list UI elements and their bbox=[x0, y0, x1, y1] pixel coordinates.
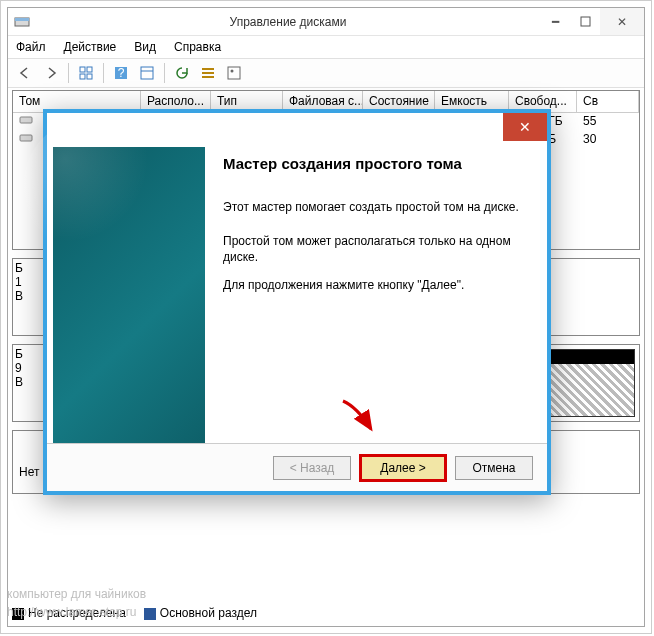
app-icon bbox=[14, 14, 30, 30]
svg-rect-16 bbox=[20, 117, 32, 123]
next-button[interactable]: Далее > bbox=[359, 454, 447, 482]
back-button: < Назад bbox=[273, 456, 351, 480]
legend-swatch-unallocated bbox=[12, 608, 24, 620]
detail-icon[interactable] bbox=[136, 62, 158, 84]
wizard-side-graphic bbox=[53, 147, 205, 443]
col-sv[interactable]: Св bbox=[577, 91, 639, 112]
menu-view[interactable]: Вид bbox=[134, 40, 156, 54]
svg-rect-3 bbox=[80, 67, 85, 72]
close-button[interactable]: ✕ bbox=[600, 8, 644, 35]
legend: Не распределена Основной раздел bbox=[12, 606, 257, 620]
drive-icon bbox=[19, 114, 33, 126]
cancel-button[interactable]: Отмена bbox=[455, 456, 533, 480]
svg-rect-4 bbox=[87, 67, 92, 72]
drive-icon bbox=[19, 132, 33, 144]
help-icon[interactable]: ? bbox=[110, 62, 132, 84]
forward-icon[interactable] bbox=[40, 62, 62, 84]
svg-point-15 bbox=[231, 70, 234, 73]
wizard-text-3: Для продолжения нажмите кнопку "Далее". bbox=[223, 277, 531, 293]
menu-file[interactable]: Файл bbox=[16, 40, 46, 54]
list-icon[interactable] bbox=[197, 62, 219, 84]
legend-swatch-primary bbox=[144, 608, 156, 620]
svg-rect-5 bbox=[80, 74, 85, 79]
menubar: Файл Действие Вид Справка bbox=[8, 36, 644, 58]
window-title: Управление дисками bbox=[36, 15, 540, 29]
wizard-heading: Мастер создания простого тома bbox=[223, 155, 462, 172]
svg-rect-9 bbox=[141, 67, 153, 79]
wizard-dialog: Мастер создания простых томов ✕ Мастер с… bbox=[43, 109, 551, 495]
menu-action[interactable]: Действие bbox=[64, 40, 117, 54]
svg-text:?: ? bbox=[118, 66, 125, 80]
svg-rect-11 bbox=[202, 68, 214, 70]
menu-help[interactable]: Справка bbox=[174, 40, 221, 54]
svg-rect-14 bbox=[228, 67, 240, 79]
svg-rect-2 bbox=[581, 17, 590, 26]
svg-rect-12 bbox=[202, 72, 214, 74]
maximize-button[interactable] bbox=[570, 8, 600, 35]
grid-icon[interactable] bbox=[75, 62, 97, 84]
svg-rect-17 bbox=[20, 135, 32, 141]
dialog-close-button[interactable]: ✕ bbox=[503, 113, 547, 141]
svg-rect-6 bbox=[87, 74, 92, 79]
wizard-text-2: Простой том может располагаться только н… bbox=[223, 233, 531, 265]
minimize-button[interactable]: ━ bbox=[540, 8, 570, 35]
refresh-icon[interactable] bbox=[171, 62, 193, 84]
svg-rect-13 bbox=[202, 76, 214, 78]
toolbar: ? bbox=[8, 58, 644, 88]
back-icon[interactable] bbox=[14, 62, 36, 84]
titlebar: Управление дисками ━ ✕ bbox=[8, 8, 644, 36]
callout-arrow-icon bbox=[339, 397, 379, 437]
wizard-text-1: Этот мастер помогает создать простой том… bbox=[223, 199, 531, 215]
properties-icon[interactable] bbox=[223, 62, 245, 84]
dialog-title: Мастер создания простых томов bbox=[184, 120, 366, 134]
svg-rect-1 bbox=[15, 18, 29, 21]
